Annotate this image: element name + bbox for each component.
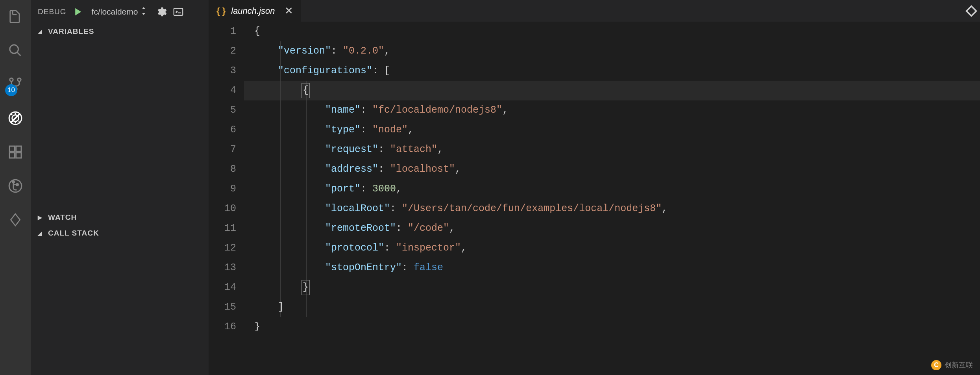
misc-icon[interactable] [7, 211, 24, 228]
start-debug-button[interactable] [72, 6, 83, 17]
caret-down-icon: ◢ [38, 28, 44, 35]
source-control-icon[interactable]: 10 [7, 76, 24, 93]
variables-label: VARIABLES [48, 27, 94, 36]
search-icon[interactable] [7, 42, 24, 59]
variables-body [31, 39, 209, 210]
code-editor[interactable]: 1234 5678 9101112 13141516 { "version": … [209, 22, 980, 375]
debug-config-name: fc/localdemo [92, 7, 138, 17]
watermark-text: 创新互联 [945, 360, 973, 370]
caret-down-icon: ◢ [38, 230, 44, 236]
svg-rect-10 [9, 153, 15, 158]
debug-console-button[interactable] [172, 6, 184, 18]
scm-badge: 10 [5, 84, 17, 96]
svg-point-13 [13, 181, 15, 183]
debug-sidebar: DEBUG fc/localdemo ◢ VARIABLES ▶ WATCH ◢… [31, 0, 209, 375]
watch-label: WATCH [48, 213, 77, 222]
tab-launch-json[interactable]: { } launch.json ✕ [209, 0, 301, 22]
tab-filename: launch.json [231, 6, 275, 16]
toolbar-right-icon[interactable] [964, 4, 978, 18]
watermark-logo-icon: C [931, 360, 941, 370]
svg-point-3 [18, 78, 21, 81]
variables-section[interactable]: ◢ VARIABLES [31, 24, 209, 39]
svg-line-1 [17, 52, 20, 56]
watch-section[interactable]: ▶ WATCH [31, 210, 209, 225]
callstack-label: CALL STACK [48, 229, 99, 238]
debug-icon[interactable] [7, 110, 24, 127]
debug-toolbar: DEBUG fc/localdemo [31, 0, 209, 24]
activity-bar: 10 [0, 0, 31, 375]
svg-rect-8 [9, 146, 15, 151]
tab-bar: { } launch.json ✕ [209, 0, 980, 22]
debug-config-select[interactable]: fc/localdemo [89, 6, 150, 18]
json-file-icon: { } [216, 6, 226, 16]
svg-point-0 [10, 45, 18, 54]
svg-rect-15 [174, 8, 183, 15]
callstack-body [31, 241, 209, 375]
code-content[interactable]: { "version": "0.2.0", "configurations": … [244, 22, 980, 375]
svg-rect-9 [16, 146, 21, 151]
editor-group: { } launch.json ✕ 1234 5678 9101112 1314… [209, 0, 980, 375]
svg-rect-11 [16, 153, 21, 158]
svg-point-2 [10, 78, 13, 81]
line-number-gutter: 1234 5678 9101112 13141516 [209, 22, 244, 375]
close-tab-button[interactable]: ✕ [285, 5, 293, 17]
caret-right-icon: ▶ [38, 214, 44, 221]
callstack-section[interactable]: ◢ CALL STACK [31, 225, 209, 241]
explorer-icon[interactable] [7, 8, 24, 25]
git-graph-icon[interactable] [7, 177, 24, 195]
watermark: C 创新互联 [931, 360, 973, 370]
debug-settings-button[interactable] [155, 6, 167, 18]
chevron-updown-icon [141, 7, 146, 17]
extensions-icon[interactable] [7, 143, 24, 161]
debug-label: DEBUG [38, 7, 67, 16]
